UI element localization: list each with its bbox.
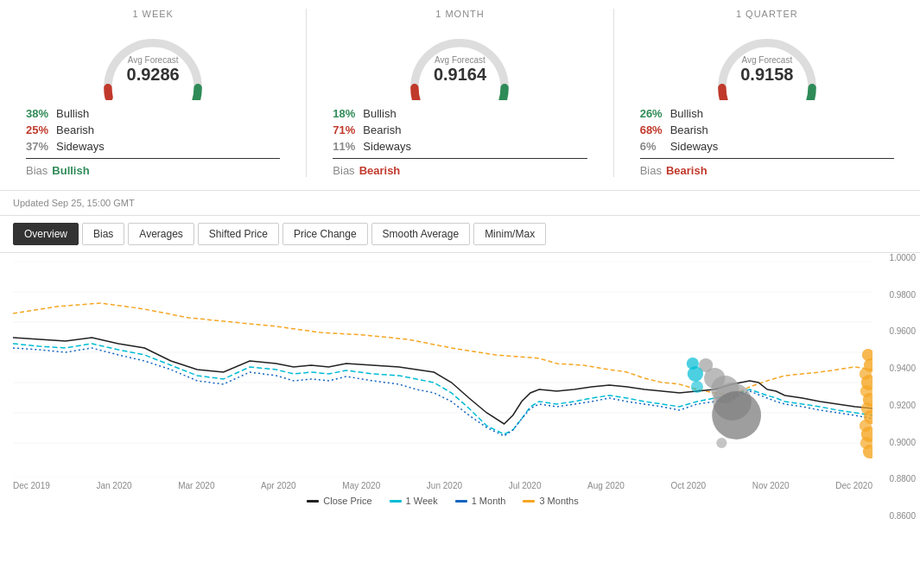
bias-label-month: Bias [333,164,354,177]
bullish-label-week: Bullish [56,107,89,120]
sideways-pct-week: 37% [26,140,56,153]
x-axis-label: Aug 2020 [587,481,625,490]
bullish-pct-month: 18% [333,107,363,120]
legend-item-week: 1 Week [390,496,438,506]
avg-forecast-value-week: 0.9286 [127,65,180,84]
bullish-pct-week: 38% [26,107,56,120]
y-axis-label: 0.8800 [889,474,916,484]
top-section: 1 WEEK Avg Forecast 0.9286 38% Bullish 2… [0,0,920,191]
gauge-panel-month: 1 MONTH Avg Forecast 0.9164 18% Bullish … [307,9,613,177]
y-axis-label: 0.8600 [889,511,916,521]
bearish-pct-week: 25% [26,123,56,136]
x-axis-label: Jan 2020 [96,481,131,490]
y-axis-label: 0.9800 [889,290,916,300]
chart-area: 1.00000.98000.96000.94000.92000.90000.88… [0,253,920,521]
chart-legend: Close Price 1 Week 1 Month 3 Months [13,496,872,506]
legend-label-month: 1 Month [472,496,506,506]
x-axis-label: May 2020 [342,481,380,490]
svg-point-17 [691,381,703,393]
tab-price-change[interactable]: Price Change [282,223,368,245]
avg-forecast-label-week: Avg Forecast [127,55,180,65]
y-axis: 1.00000.98000.96000.94000.92000.90000.88… [889,253,916,521]
bias-value-month: Bearish [359,164,401,177]
legend-color-quarter [523,500,535,503]
legend-color-month [455,500,467,503]
tab-smooth-average[interactable]: Smooth Average [371,223,471,245]
sideways-label-month: Sideways [363,140,411,153]
gauge-title-month: 1 MONTH [435,9,485,19]
gauge-month: Avg Forecast 0.9164 [390,22,529,100]
x-axis-label: Dec 2019 [13,481,50,490]
y-axis-label: 0.9400 [889,364,916,373]
y-axis-label: 0.9600 [889,326,916,336]
x-axis-label: Nov 2020 [752,481,790,490]
avg-forecast-value-quarter: 0.9158 [740,65,793,84]
stats-table-month: 18% Bullish 71% Bearish 11% Sideways Bia… [324,107,595,177]
bias-value-week: Bullish [52,164,89,177]
sideways-label-quarter: Sideways [670,140,719,153]
bias-label-week: Bias [26,164,48,177]
y-axis-label: 1.0000 [889,253,916,262]
x-axis-label: Jun 2020 [427,481,462,490]
y-axis-label: 0.9000 [889,438,916,447]
avg-forecast-value-month: 0.9164 [434,65,486,84]
bearish-label-month: Bearish [363,123,401,136]
bullish-label-quarter: Bullish [670,107,703,120]
tab-averages[interactable]: Averages [128,223,194,245]
tab-bias[interactable]: Bias [82,223,124,245]
legend-color-close [307,500,319,503]
svg-point-16 [688,366,703,382]
legend-label-quarter: 3 Months [539,496,578,506]
x-axis-label: Dec 2020 [835,481,872,490]
avg-forecast-label-month: Avg Forecast [434,55,486,65]
sideways-label-week: Sideways [56,140,105,153]
legend-item-quarter: 3 Months [523,496,578,506]
x-axis-label: Mar 2020 [178,481,214,490]
gauge-title-week: 1 WEEK [132,9,174,19]
bullish-label-month: Bullish [363,107,396,120]
tab-overview[interactable]: Overview [13,223,79,245]
avg-forecast-label-quarter: Avg Forecast [740,55,793,65]
sideways-pct-month: 11% [333,140,363,153]
bearish-pct-quarter: 68% [640,123,670,136]
y-axis-label: 0.9200 [889,401,916,410]
bias-label-quarter: Bias [640,164,662,177]
x-axis: Dec 2019Jan 2020Mar 2020Apr 2020May 2020… [13,477,872,490]
sideways-pct-quarter: 6% [640,140,670,153]
legend-color-week [390,500,402,503]
bearish-label-quarter: Bearish [670,123,708,136]
gauge-panel-quarter: 1 QUARTER Avg Forecast 0.9158 26% Bullis… [614,9,920,177]
svg-point-14 [716,438,726,448]
stats-table-week: 38% Bullish 25% Bearish 37% Sideways Bia… [17,107,289,177]
bearish-pct-month: 71% [333,123,363,136]
tab-minim-max[interactable]: Minim/Max [473,223,546,245]
svg-point-13 [721,421,739,439]
tab-shifted-price[interactable]: Shifted Price [198,223,279,245]
legend-label-week: 1 Week [406,496,438,506]
gauge-panel-week: 1 WEEK Avg Forecast 0.9286 38% Bullish 2… [0,9,307,177]
updated-text: Updated Sep 25, 15:00 GMT [0,191,920,216]
legend-label-close: Close Price [323,496,371,506]
bullish-pct-quarter: 26% [640,107,670,120]
tabs-bar: OverviewBiasAveragesShifted PricePrice C… [0,216,920,253]
stats-table-quarter: 26% Bullish 68% Bearish 6% Sideways Bias… [631,107,903,177]
chart-canvas [13,262,872,477]
gauge-week: Avg Forecast 0.9286 [84,22,222,100]
gauge-quarter: Avg Forecast 0.9158 [698,22,836,100]
legend-item-close: Close Price [307,496,371,506]
bearish-label-week: Bearish [56,123,94,136]
x-axis-label: Jul 2020 [509,481,542,490]
gauge-title-quarter: 1 QUARTER [736,9,798,19]
legend-item-month: 1 Month [455,496,506,506]
x-axis-label: Apr 2020 [261,481,296,490]
bias-value-quarter: Bearish [666,164,707,177]
x-axis-label: Oct 2020 [671,481,707,490]
